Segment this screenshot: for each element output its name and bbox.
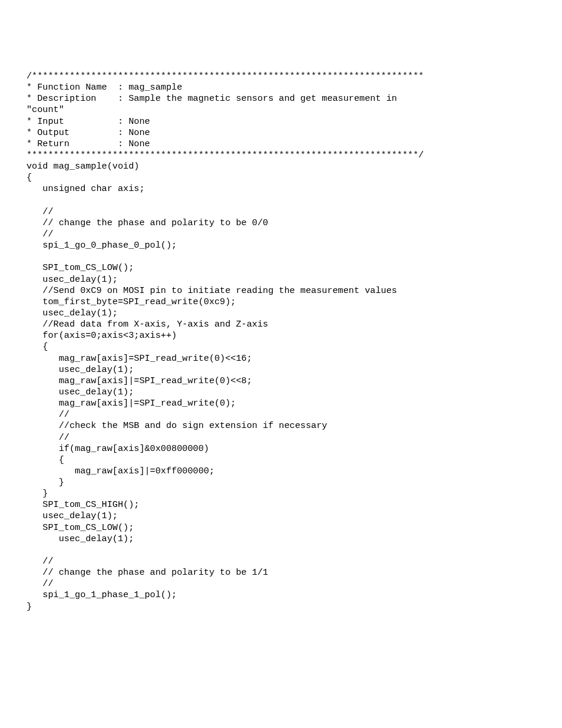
code-block: /***************************************… xyxy=(27,71,424,612)
code-page: /***************************************… xyxy=(0,0,562,728)
